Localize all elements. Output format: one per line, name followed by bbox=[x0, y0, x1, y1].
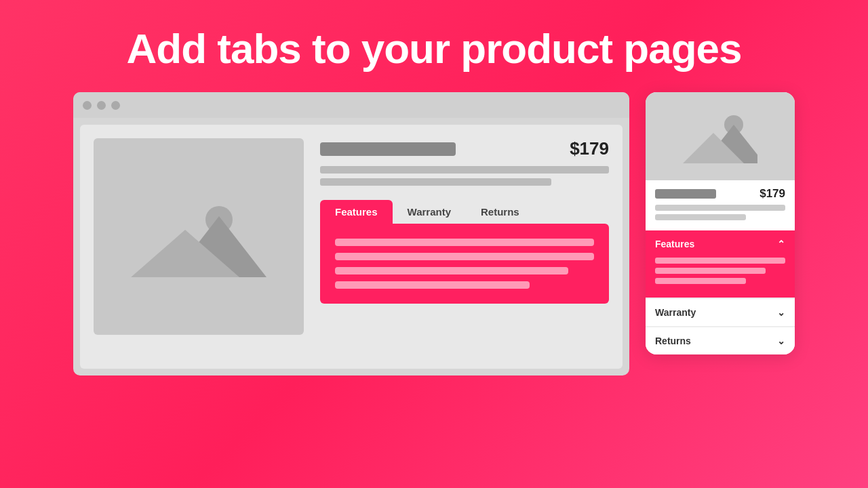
content-line-4 bbox=[335, 281, 530, 289]
mobile-title-bar bbox=[655, 189, 716, 199]
acc-line-3 bbox=[655, 278, 746, 284]
chevron-up-icon: ⌃ bbox=[777, 239, 785, 249]
tab-returns[interactable]: Returns bbox=[466, 200, 534, 224]
tab-features[interactable]: Features bbox=[320, 200, 393, 224]
tab-content-panel bbox=[320, 224, 609, 304]
accordion-returns: Returns ⌄ bbox=[646, 326, 795, 354]
browser-dot-red bbox=[83, 101, 92, 110]
tabs-row: Features Warranty Returns bbox=[320, 200, 609, 224]
mobile-title-row: $179 bbox=[655, 187, 785, 201]
accordion-content-features bbox=[646, 258, 795, 298]
desc-bar-1 bbox=[320, 166, 609, 174]
browser-content: $179 Features Warranty Returns bbox=[80, 125, 623, 369]
accordion-features: Features ⌃ bbox=[646, 230, 795, 298]
acc-line-2 bbox=[655, 268, 766, 274]
mobile-product-price: $179 bbox=[760, 187, 785, 201]
accordion-label-warranty: Warranty bbox=[655, 307, 696, 318]
content-line-3 bbox=[335, 267, 568, 274]
mobile-product-image bbox=[646, 92, 795, 180]
content-line-1 bbox=[335, 239, 594, 246]
product-image bbox=[94, 138, 304, 335]
product-title-row: $179 bbox=[320, 138, 609, 159]
accordion-warranty: Warranty ⌄ bbox=[646, 298, 795, 326]
browser-mockup: $179 Features Warranty Returns bbox=[73, 92, 629, 375]
accordion-label-features: Features bbox=[655, 239, 694, 249]
mobile-desc-1 bbox=[655, 205, 785, 211]
tabs-section: Features Warranty Returns bbox=[320, 200, 609, 304]
mockups-row: $179 Features Warranty Returns bbox=[0, 92, 868, 375]
chevron-down-icon-warranty: ⌄ bbox=[777, 307, 785, 318]
mobile-product-info: $179 bbox=[646, 180, 795, 228]
browser-dot-green bbox=[111, 101, 120, 110]
mobile-mockup: $179 Features ⌃ bbox=[646, 92, 795, 354]
content-line-2 bbox=[335, 253, 594, 260]
tab-warranty[interactable]: Warranty bbox=[393, 200, 466, 224]
accordion-header-returns[interactable]: Returns ⌄ bbox=[646, 327, 795, 354]
desc-bar-2 bbox=[320, 178, 551, 186]
product-title-bar bbox=[320, 142, 456, 156]
browser-titlebar bbox=[73, 92, 629, 118]
mobile-desc-2 bbox=[655, 214, 746, 220]
acc-line-1 bbox=[655, 258, 785, 264]
accordion-header-warranty[interactable]: Warranty ⌄ bbox=[646, 298, 795, 326]
accordion-header-features[interactable]: Features ⌃ bbox=[646, 230, 795, 258]
product-details: $179 Features Warranty Returns bbox=[320, 138, 609, 355]
product-price: $179 bbox=[570, 138, 609, 159]
page-headline: Add tabs to your product pages bbox=[127, 26, 742, 72]
chevron-down-icon-returns: ⌄ bbox=[777, 336, 785, 346]
browser-dot-yellow bbox=[97, 101, 106, 110]
accordion-section: Features ⌃ Warranty ⌄ bbox=[646, 230, 795, 354]
accordion-label-returns: Returns bbox=[655, 336, 691, 346]
